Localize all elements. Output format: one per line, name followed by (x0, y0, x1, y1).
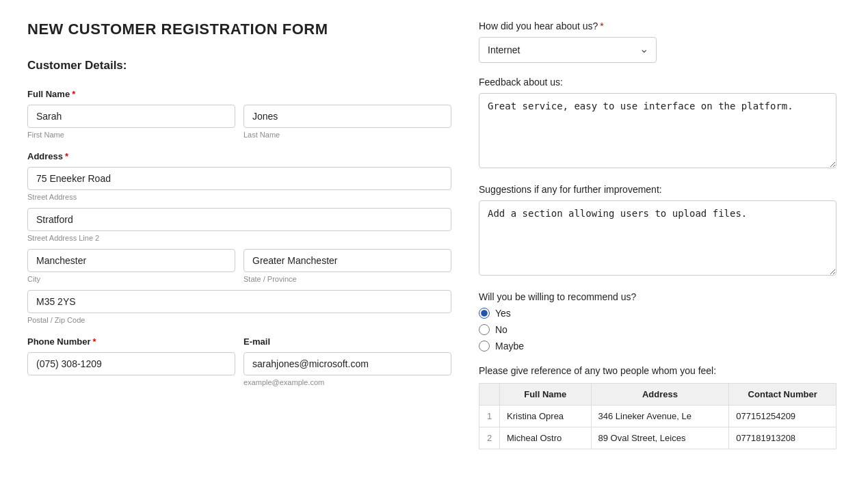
references-label: Please give reference of any two people … (479, 365, 836, 376)
ref-col-name: Full Name (500, 384, 592, 406)
ref-row-name: Micheal Ostro (500, 427, 592, 449)
suggestions-textarea[interactable]: Add a section allowing users to upload f… (479, 200, 836, 276)
last-name-input[interactable] (243, 105, 451, 128)
full-name-field: Full Name* First Name Last Name (27, 89, 451, 139)
radio-yes-label: Yes (495, 308, 511, 319)
street-address2-sublabel: Street Address Line 2 (27, 234, 451, 242)
radio-yes-input[interactable] (479, 308, 490, 319)
recommend-radio-group: Yes No Maybe (479, 308, 836, 352)
last-name-sublabel: Last Name (243, 131, 451, 139)
email-field: E-mail example@example.com (243, 336, 451, 386)
zip-input[interactable] (27, 290, 451, 313)
references-section: Please give reference of any two people … (479, 365, 836, 449)
recommend-section: Will you be willing to recommend us? Yes… (479, 291, 836, 352)
zip-sublabel: Postal / Zip Code (27, 316, 451, 324)
address-field: Address* Street Address Street Address L… (27, 151, 451, 324)
ref-row-contact: 077181913208 (729, 427, 836, 449)
street-address-input[interactable] (27, 167, 451, 190)
ref-col-contact: Contact Number (729, 384, 836, 406)
radio-no-label: No (495, 324, 507, 335)
email-input[interactable] (243, 352, 451, 375)
ref-row-index: 1 (479, 406, 500, 427)
phone-email-row: Phone Number* E-mail example@example.com (27, 336, 451, 386)
street-address2-input[interactable] (27, 208, 451, 231)
references-table: Full Name Address Contact Number 1 Krist… (479, 383, 836, 449)
customer-details-heading: Customer Details: (27, 59, 451, 72)
first-name-input[interactable] (27, 105, 235, 128)
state-input[interactable] (243, 249, 451, 272)
form-title: NEW CUSTOMER REGISTRATION FORM (27, 21, 451, 38)
radio-maybe[interactable]: Maybe (479, 341, 836, 352)
ref-row-name: Kristina Oprea (500, 406, 592, 427)
ref-row-address: 346 Lineker Avenue, Le (591, 406, 729, 427)
how-heard-select-wrapper: Internet Social Media Friend Advertiseme… (479, 37, 657, 63)
suggestions-label: Suggestions if any for further improveme… (479, 184, 836, 195)
state-sublabel: State / Province (243, 275, 451, 283)
city-subfield: City (27, 249, 235, 283)
table-row: 1 Kristina Oprea 346 Lineker Avenue, Le … (479, 406, 836, 427)
last-name-subfield: Last Name (243, 105, 451, 139)
feedback-label: Feedback about us: (479, 77, 836, 88)
phone-label: Phone Number* (27, 336, 235, 347)
ref-table-header-row: Full Name Address Contact Number (479, 384, 836, 406)
city-input[interactable] (27, 249, 235, 272)
suggestions-section: Suggestions if any for further improveme… (479, 184, 836, 278)
phone-field: Phone Number* (27, 336, 235, 386)
ref-col-address: Address (591, 384, 729, 406)
ref-col-index (479, 384, 500, 406)
ref-row-contact: 077151254209 (729, 406, 836, 427)
state-subfield: State / Province (243, 249, 451, 283)
phone-input[interactable] (27, 352, 235, 375)
feedback-section: Feedback about us: Great service, easy t… (479, 77, 836, 170)
first-name-subfield: First Name (27, 105, 235, 139)
radio-maybe-label: Maybe (495, 341, 524, 352)
radio-no-input[interactable] (479, 324, 490, 335)
ref-row-index: 2 (479, 427, 500, 449)
feedback-textarea[interactable]: Great service, easy to use interface on … (479, 93, 836, 168)
address-label: Address* (27, 151, 451, 161)
email-sublabel: example@example.com (243, 378, 451, 386)
ref-row-address: 89 Oval Street, Leices (591, 427, 729, 449)
street-address-sublabel: Street Address (27, 193, 451, 201)
table-row: 2 Micheal Ostro 89 Oval Street, Leices 0… (479, 427, 836, 449)
radio-maybe-input[interactable] (479, 341, 490, 352)
email-label: E-mail (243, 336, 451, 347)
recommend-label: Will you be willing to recommend us? (479, 291, 836, 302)
city-sublabel: City (27, 275, 235, 283)
radio-yes[interactable]: Yes (479, 308, 836, 319)
radio-no[interactable]: No (479, 324, 836, 335)
full-name-label: Full Name* (27, 89, 451, 99)
first-name-sublabel: First Name (27, 131, 235, 139)
how-heard-select[interactable]: Internet Social Media Friend Advertiseme… (479, 37, 657, 63)
how-heard-label: How did you hear about us?* (479, 21, 836, 31)
how-heard-section: How did you hear about us?* Internet Soc… (479, 21, 836, 63)
